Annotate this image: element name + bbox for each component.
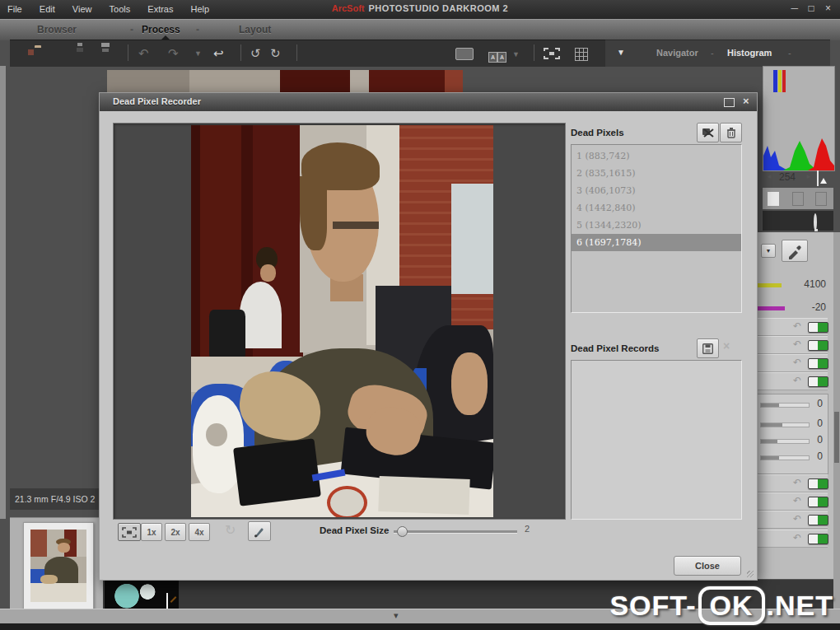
dead-pixel-item[interactable]: 4 (1442,840) bbox=[572, 199, 741, 217]
enable-toggle[interactable] bbox=[808, 478, 828, 489]
adjustment-panel: ▼ 4100 -20 ↶ ↶ ↶ ↶ 0 0 0 0 bbox=[756, 232, 834, 630]
dead-pixel-item[interactable]: 2 (835,1615) bbox=[572, 165, 741, 182]
dialog-close-icon[interactable]: × bbox=[743, 95, 749, 107]
collapse-panel-icon[interactable]: ▼ bbox=[617, 48, 625, 57]
temperature-slider[interactable] bbox=[757, 283, 782, 287]
dead-pixel-size-slider[interactable] bbox=[394, 530, 517, 534]
tint-slider[interactable] bbox=[757, 306, 785, 310]
reset-icon[interactable]: ↶ bbox=[793, 321, 801, 331]
export-icon-row bbox=[763, 188, 833, 209]
selected-thumbnail-frame[interactable] bbox=[23, 522, 94, 609]
detail-slider[interactable] bbox=[760, 403, 810, 408]
settings-gear-icon[interactable] bbox=[814, 213, 817, 231]
minimize-icon[interactable]: ─ bbox=[787, 2, 801, 14]
enable-toggle[interactable] bbox=[808, 322, 828, 333]
white-balance-eyedropper[interactable] bbox=[782, 240, 808, 262]
grid-view-icon[interactable] bbox=[575, 48, 588, 61]
enable-toggle[interactable] bbox=[808, 515, 828, 525]
edited-badge-icon bbox=[166, 593, 168, 609]
wb-preset-dropdown[interactable]: ▼ bbox=[761, 244, 776, 258]
enable-toggle[interactable] bbox=[808, 376, 828, 387]
tab-process[interactable]: Process bbox=[142, 24, 180, 35]
dead-pixel-item[interactable]: 3 (406,1073) bbox=[572, 182, 741, 199]
maximize-icon[interactable]: □ bbox=[805, 2, 819, 14]
revert-icon[interactable]: ↩ bbox=[213, 47, 224, 59]
mark-pixel-brush-button[interactable] bbox=[248, 521, 271, 541]
reset-icon[interactable]: ↶ bbox=[793, 533, 801, 543]
single-view-icon[interactable] bbox=[455, 48, 474, 60]
redo-icon[interactable]: ↷ bbox=[168, 47, 179, 59]
background-image-strip bbox=[107, 70, 463, 93]
dead-pixels-list[interactable]: 1 (883,742) 2 (835,1615) 3 (406,1073) 4 … bbox=[571, 144, 742, 313]
enable-toggle[interactable] bbox=[808, 358, 828, 369]
menu-edit[interactable]: Edit bbox=[32, 0, 63, 14]
dead-pixel-item[interactable]: 1 (883,742) bbox=[572, 147, 741, 165]
reset-icon[interactable]: ↶ bbox=[793, 478, 801, 488]
fullscreen-icon[interactable] bbox=[544, 48, 560, 63]
tab-navigator[interactable]: Navigator bbox=[656, 48, 698, 58]
tab-browser[interactable]: Browser bbox=[37, 24, 77, 35]
rotate-right-icon[interactable]: ↻ bbox=[270, 47, 281, 59]
reset-icon[interactable]: ↶ bbox=[793, 376, 801, 385]
dialog-titlebar[interactable]: Dead Pixel Recorder × bbox=[100, 93, 757, 111]
level-next-icon[interactable]: ► bbox=[805, 173, 812, 180]
panel-scrollbar[interactable] bbox=[833, 232, 840, 611]
tab-layout[interactable]: Layout bbox=[239, 24, 271, 35]
slider-thumb[interactable] bbox=[397, 526, 408, 537]
close-icon[interactable]: × bbox=[821, 2, 835, 14]
watermark: SOFT-OK.NET bbox=[609, 586, 833, 625]
menu-view[interactable]: View bbox=[65, 0, 100, 14]
reset-icon[interactable]: ↶ bbox=[793, 357, 801, 367]
clipping-warning-icon[interactable] bbox=[817, 170, 819, 186]
menu-tools[interactable]: Tools bbox=[102, 0, 138, 14]
dead-pixel-item[interactable]: 5 (1344,2320) bbox=[572, 217, 741, 234]
compare-view-icon[interactable]: AA bbox=[488, 48, 506, 63]
save-record-button[interactable] bbox=[697, 338, 719, 358]
photo-preview[interactable] bbox=[191, 125, 493, 517]
zoom-fit-button[interactable] bbox=[118, 523, 141, 541]
detail-slider-group: 0 0 0 0 bbox=[757, 394, 828, 474]
reset-icon[interactable]: ↶ bbox=[793, 339, 801, 349]
zoom-4x-button[interactable]: 4x bbox=[189, 523, 210, 541]
enable-toggle[interactable] bbox=[808, 497, 828, 507]
menu-help[interactable]: Help bbox=[184, 0, 217, 14]
selected-thumbnail-image[interactable] bbox=[30, 530, 86, 602]
resize-grip[interactable] bbox=[747, 571, 754, 577]
detail-value: 0 bbox=[808, 418, 823, 429]
view-dropdown-icon[interactable]: ▼ bbox=[512, 49, 520, 61]
dead-pixel-size-label: Dead Pixel Size bbox=[320, 525, 389, 535]
detail-slider[interactable] bbox=[760, 422, 810, 427]
reset-icon[interactable]: ↶ bbox=[793, 496, 801, 506]
close-button[interactable]: Close bbox=[674, 556, 741, 576]
dead-pixel-size-value: 2 bbox=[525, 524, 530, 534]
adjust-row: ↶ bbox=[757, 336, 828, 354]
enable-toggle[interactable] bbox=[808, 340, 828, 351]
export-file-icon[interactable] bbox=[768, 192, 779, 206]
detail-slider[interactable] bbox=[760, 439, 810, 444]
reset-icon[interactable]: ↶ bbox=[793, 514, 801, 524]
app-window: File Edit View Tools Extras Help ArcSoft… bbox=[0, 0, 840, 630]
level-prev-icon[interactable]: ◄ bbox=[766, 173, 772, 180]
export-settings-icon[interactable] bbox=[815, 192, 827, 206]
zoom-2x-button[interactable]: 2x bbox=[165, 523, 186, 541]
dialog-restore-icon[interactable] bbox=[724, 98, 735, 107]
rotate-left-icon[interactable]: ↺ bbox=[250, 47, 261, 59]
clear-all-dead-pixels-button[interactable] bbox=[720, 123, 742, 142]
undo-icon[interactable]: ↶ bbox=[138, 47, 149, 59]
adjust-panel-titlebar bbox=[763, 211, 833, 231]
export-batch-icon[interactable] bbox=[792, 192, 804, 206]
history-dropdown-icon[interactable]: ▼ bbox=[194, 48, 202, 60]
dead-pixel-records-list[interactable] bbox=[571, 360, 742, 520]
menu-extras[interactable]: Extras bbox=[140, 0, 180, 14]
collapse-filmstrip-icon[interactable]: ▾ bbox=[394, 610, 399, 621]
histogram-spike-blue bbox=[773, 70, 777, 92]
dead-pixel-item-selected[interactable]: 6 (1697,1784) bbox=[572, 234, 741, 251]
scrollbar-thumb[interactable] bbox=[834, 412, 839, 463]
detail-slider[interactable] bbox=[760, 455, 810, 460]
remove-pixel-icon bbox=[702, 127, 715, 138]
remove-dead-pixel-button[interactable] bbox=[697, 123, 719, 142]
zoom-1x-button[interactable]: 1x bbox=[141, 523, 162, 541]
enable-toggle[interactable] bbox=[808, 534, 828, 544]
menu-file[interactable]: File bbox=[0, 0, 30, 14]
tab-histogram[interactable]: Histogram bbox=[727, 48, 772, 58]
